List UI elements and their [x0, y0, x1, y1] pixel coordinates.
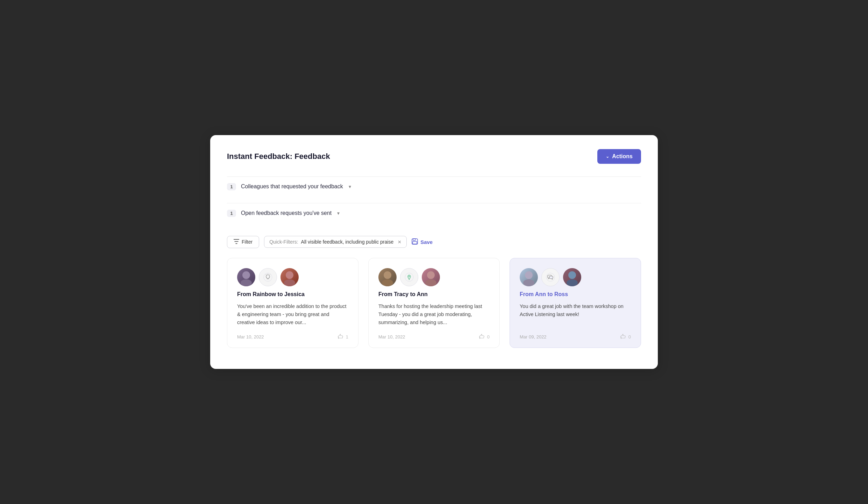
like-count: 1 — [346, 334, 348, 340]
svg-line-9 — [266, 274, 266, 275]
page-container: Instant Feedback: Feedback ⌄ Actions 1 C… — [210, 135, 658, 369]
card-footer: Mar 10, 2022 1 — [237, 334, 348, 340]
like-section[interactable]: 1 — [337, 334, 348, 340]
svg-point-21 — [525, 271, 533, 279]
svg-point-3 — [242, 271, 250, 279]
svg-point-19 — [425, 279, 436, 286]
colleagues-section[interactable]: 1 Colleagues that requested your feedbac… — [227, 176, 641, 197]
svg-rect-12 — [338, 337, 339, 339]
svg-rect-25 — [549, 276, 553, 279]
svg-point-26 — [568, 271, 576, 279]
avatar — [520, 268, 538, 286]
feedback-card: From Tracy to Ann Thanks for hosting the… — [368, 258, 500, 348]
card-footer: Mar 09, 2022 0 — [520, 334, 631, 340]
svg-point-4 — [241, 279, 252, 286]
cards-grid: From Rainbow to Jessica You've been an i… — [227, 258, 641, 348]
chevron-down-icon: ▾ — [349, 184, 351, 189]
chevron-down-icon: ⌄ — [606, 154, 609, 159]
open-requests-label: Open feedback requests you've sent — [241, 210, 332, 216]
save-icon — [412, 238, 418, 246]
actions-button[interactable]: ⌄ Actions — [597, 149, 641, 164]
card-from: From Tracy to Ann — [378, 291, 490, 298]
like-section[interactable]: 0 — [479, 334, 490, 340]
like-count: 0 — [628, 334, 631, 340]
avatar — [422, 268, 440, 286]
page-title: Instant Feedback: Feedback — [227, 152, 330, 161]
svg-rect-20 — [479, 337, 480, 339]
close-icon[interactable]: ✕ — [398, 239, 401, 245]
svg-point-22 — [523, 279, 534, 286]
card-body: Thanks for hosting the leadership meetin… — [378, 302, 490, 327]
quick-filter-pill: Quick-Filters: All visible feedback, inc… — [264, 236, 407, 248]
svg-point-14 — [382, 279, 393, 286]
avatar — [280, 268, 299, 286]
svg-point-13 — [384, 271, 391, 279]
card-avatars — [237, 268, 348, 286]
avatar — [378, 268, 397, 286]
chat-icon — [541, 268, 560, 286]
svg-rect-2 — [413, 241, 417, 244]
svg-rect-6 — [267, 279, 269, 279]
svg-point-18 — [427, 271, 435, 279]
card-from: From Rainbow to Jessica — [237, 291, 348, 298]
card-avatars — [520, 268, 631, 286]
colleagues-label: Colleagues that requested your feedback — [241, 183, 343, 190]
quick-filter-prefix: Quick-Filters: — [269, 239, 298, 245]
svg-point-27 — [567, 279, 578, 286]
avatar — [237, 268, 255, 286]
filter-icon — [234, 239, 239, 245]
feedback-card-highlighted: From Ann to Ross You did a great job wit… — [510, 258, 641, 348]
avatar — [563, 268, 581, 286]
card-date: Mar 10, 2022 — [378, 334, 405, 340]
svg-point-5 — [264, 273, 272, 281]
card-avatars — [378, 268, 490, 286]
quick-filter-value: All visible feedback, including public p… — [301, 239, 394, 245]
card-footer: Mar 10, 2022 0 — [378, 334, 490, 340]
like-section[interactable]: 0 — [620, 334, 631, 340]
like-count: 0 — [487, 334, 490, 340]
page-header: Instant Feedback: Feedback ⌄ Actions — [227, 149, 641, 164]
card-date: Mar 10, 2022 — [237, 334, 264, 340]
colleagues-badge: 1 — [227, 183, 236, 190]
open-requests-badge: 1 — [227, 210, 236, 217]
svg-rect-28 — [621, 337, 621, 339]
card-body: You've been an incredible addition to th… — [237, 302, 348, 327]
svg-point-10 — [286, 271, 293, 279]
open-requests-section[interactable]: 1 Open feedback requests you've sent ▾ — [227, 203, 641, 223]
filter-bar: Filter Quick-Filters: All visible feedba… — [227, 236, 641, 248]
lightbulb-icon — [259, 268, 277, 286]
feedback-card: From Rainbow to Jessica You've been an i… — [227, 258, 358, 348]
card-date: Mar 09, 2022 — [520, 334, 547, 340]
card-body: You did a great job with the team worksh… — [520, 302, 631, 327]
filter-button[interactable]: Filter — [227, 236, 259, 248]
save-button[interactable]: Save — [412, 238, 433, 246]
svg-line-8 — [270, 274, 270, 275]
chevron-down-icon: ▾ — [337, 210, 340, 216]
pin-icon — [400, 268, 418, 286]
card-from-link[interactable]: From Ann to Ross — [520, 291, 631, 298]
svg-point-11 — [284, 279, 295, 286]
